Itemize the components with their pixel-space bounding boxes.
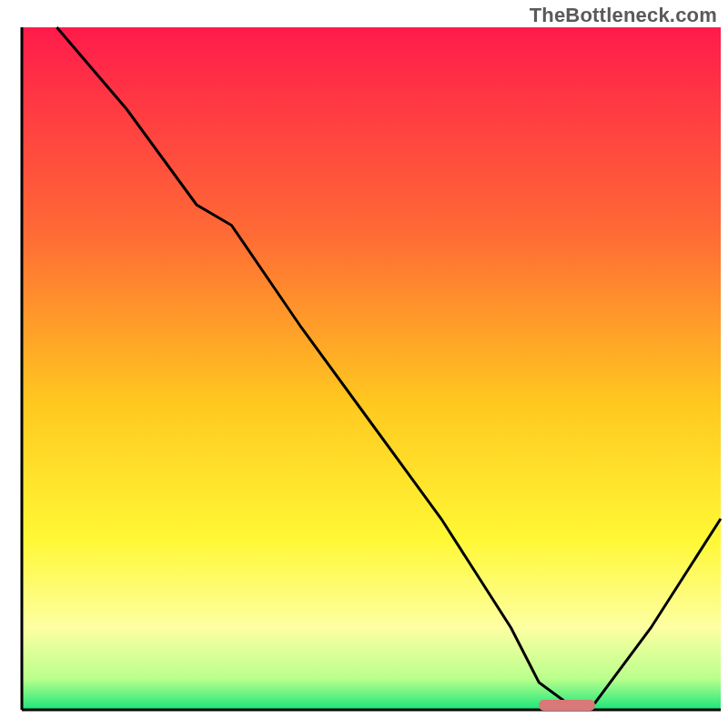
optimal-range-marker xyxy=(539,700,594,711)
watermark-label: TheBottleneck.com xyxy=(530,4,717,27)
bottleneck-chart: TheBottleneck.com xyxy=(0,0,728,728)
plot-background xyxy=(22,27,721,710)
chart-svg xyxy=(0,0,728,728)
